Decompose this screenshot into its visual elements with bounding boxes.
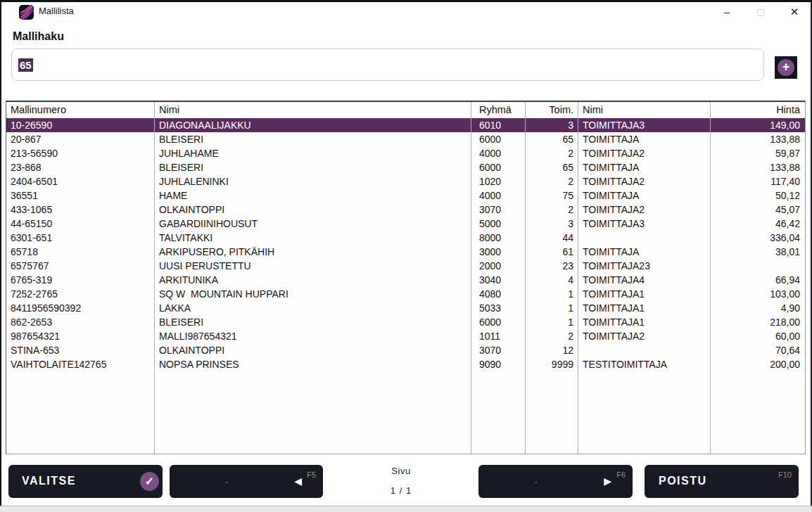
cell-hinta: 66,94: [711, 273, 805, 287]
minimize-icon[interactable]: –: [719, 2, 735, 22]
add-button[interactable]: +: [775, 56, 797, 79]
cell-ryhma: 6000: [471, 132, 526, 146]
next-page-button[interactable]: - ▶ F6: [478, 465, 633, 498]
cell-ryhma: 3070: [471, 343, 526, 357]
cell-toim: 2: [526, 146, 578, 160]
poistu-button[interactable]: POISTU F10: [645, 465, 799, 498]
table-row[interactable]: 6575767 UUSI PERUSTETTU 2000 23 TOIMITTA…: [6, 259, 805, 273]
cell-hinta: 38,01: [711, 245, 805, 259]
cell-hinta: 60,00: [711, 329, 805, 343]
cell-mallinumero: 65718: [6, 245, 155, 259]
cell-ryhma: 5033: [471, 301, 526, 315]
cell-toim: 12: [526, 343, 578, 357]
cell-nimi: NOPSA PRINSES: [155, 357, 471, 371]
cell-toimittaja: TOIMITTAJA: [578, 160, 711, 174]
cell-mallinumero: VAIHTOLAITE142765: [6, 357, 155, 371]
column-header-ryhma[interactable]: Ryhmä: [471, 102, 526, 118]
cell-hinta: 133,88: [711, 132, 805, 146]
cell-toim: 3: [526, 118, 578, 132]
close-icon[interactable]: ✕: [787, 2, 802, 22]
check-icon: ✓: [140, 472, 159, 491]
table-row[interactable]: 20-867 BLEISERI 6000 65 TOIMITTAJA 133,8…: [6, 132, 805, 146]
table-row[interactable]: 6765-319 ARKITUNIKA 3040 4 TOIMITTAJA4 6…: [6, 273, 805, 287]
cell-ryhma: 5000: [471, 217, 526, 231]
cell-mallinumero: 44-65150: [6, 217, 155, 231]
cell-mallinumero: 10-26590: [6, 118, 155, 132]
table-row[interactable]: STINA-653 OLKAINTOPPI 3070 12 70,64: [6, 343, 805, 357]
cell-hinta: 45,07: [711, 203, 805, 217]
search-label: Mallihaku: [13, 30, 64, 43]
column-header-mallinumero[interactable]: Mallinumero: [6, 102, 155, 118]
cell-nimi: UUSI PERUSTETTU: [155, 259, 471, 273]
cell-ryhma: 8000: [471, 231, 526, 245]
cell-ryhma: 1020: [471, 174, 526, 188]
cell-nimi: BLEISERI: [155, 160, 471, 174]
cell-toimittaja: TOIMITTAJA3: [578, 217, 711, 231]
table-row[interactable]: 10-26590 DIAGONAALIJAKKU 6010 3 TOIMITTA…: [6, 118, 805, 132]
cell-hinta: 59,87: [711, 146, 805, 160]
table-row[interactable]: 2404-6501 JUHLALENINKI 1020 2 TOIMITTAJA…: [6, 174, 805, 188]
cell-toimittaja: TOIMITTAJA1: [578, 315, 711, 329]
cell-toim: 2: [526, 203, 578, 217]
cell-toim: 1: [526, 301, 578, 315]
cell-toim: 61: [526, 245, 578, 259]
valitse-button[interactable]: VALITSE ✓: [8, 465, 163, 498]
cell-mallinumero: 6575767: [6, 259, 155, 273]
cell-hinta: 46,42: [711, 217, 805, 231]
table-row[interactable]: 65718 ARKIPUSERO, PITKÄHIH 3000 61 TOIMI…: [6, 245, 805, 259]
cell-nimi: JUHLAHAME: [155, 146, 471, 160]
table-row[interactable]: 7252-2765 SQ W MOUNTAIN HUPPARI 4080 1 T…: [6, 287, 805, 301]
page-indicator-value: 1 / 1: [324, 485, 478, 496]
cell-mallinumero: 6765-319: [6, 273, 155, 287]
cell-nimi: BLEISERI: [155, 132, 471, 146]
f5-shortcut-label: F5: [307, 471, 316, 479]
cell-nimi: BLEISERI: [155, 315, 471, 329]
column-header-nimi2[interactable]: Nimi: [578, 102, 711, 118]
table-header-row: Mallinumero Nimi Ryhmä Toim. Nimi Hinta: [6, 102, 805, 118]
cell-hinta: [711, 259, 805, 273]
table-row[interactable]: 44-65150 GABARDIINIHOUSUT 5000 3 TOIMITT…: [6, 217, 805, 231]
table-body: 10-26590 DIAGONAALIJAKKU 6010 3 TOIMITTA…: [6, 118, 805, 371]
cell-toimittaja: [578, 343, 711, 357]
cell-mallinumero: 2404-6501: [6, 174, 155, 188]
cell-mallinumero: 20-867: [6, 132, 155, 146]
table-row[interactable]: 213-56590 JUHLAHAME 4000 2 TOIMITTAJA2 5…: [6, 146, 805, 160]
cell-toim: 9999: [526, 357, 578, 371]
window-title: Mallilista: [39, 6, 74, 16]
column-header-nimi[interactable]: Nimi: [155, 102, 471, 118]
cell-ryhma: 3000: [471, 245, 526, 259]
cell-hinta: 336,04: [711, 231, 805, 245]
previous-page-button[interactable]: - ◀ F5: [170, 465, 323, 498]
table-row[interactable]: 6301-651 TALVITAKKI 8000 44 336,04: [6, 231, 805, 245]
cell-hinta: 149,00: [711, 118, 805, 132]
cell-mallinumero: 7252-2765: [6, 287, 155, 301]
column-header-toim[interactable]: Toim.: [526, 102, 578, 118]
table-empty-area: [6, 371, 805, 454]
column-header-hinta[interactable]: Hinta: [711, 102, 805, 118]
cell-ryhma: 6000: [471, 160, 526, 174]
table-row[interactable]: 987654321 MALLI987654321 1011 2 TOIMITTA…: [6, 329, 805, 343]
cell-ryhma: 4000: [471, 188, 526, 203]
table-row[interactable]: 8411956590392 LAKKA 5033 1 TOIMITTAJA1 4…: [6, 301, 805, 315]
cell-ryhma: 3040: [471, 273, 526, 287]
cell-toim: 3: [526, 217, 578, 231]
cell-ryhma: 3070: [471, 203, 526, 217]
page-indicator: Sivu 1 / 1: [324, 465, 478, 496]
cell-mallinumero: 433-1065: [6, 203, 155, 217]
table-row[interactable]: VAIHTOLAITE142765 NOPSA PRINSES 9090 999…: [6, 357, 805, 371]
maximize-icon[interactable]: ▢: [753, 2, 768, 22]
cell-toim: 1: [526, 315, 578, 329]
cell-toimittaja: TOIMITTAJA2: [578, 146, 711, 160]
table-row[interactable]: 36551 HAME 4000 75 TOIMITTAJA 50,12: [6, 188, 805, 203]
cell-hinta: 117,40: [711, 174, 805, 188]
previous-page-label: -: [170, 475, 284, 487]
table-row[interactable]: 433-1065 OLKAINTOPPI 3070 2 TOIMITTAJA2 …: [6, 203, 805, 217]
titlebar: Mallilista – ▢ ✕: [0, 2, 812, 23]
search-input[interactable]: 65: [11, 49, 764, 81]
cell-mallinumero: 987654321: [6, 329, 155, 343]
table-row[interactable]: 23-868 BLEISERI 6000 65 TOIMITTAJA 133,8…: [6, 160, 805, 174]
cell-nimi: ARKIPUSERO, PITKÄHIH: [155, 245, 471, 259]
cell-hinta: 70,64: [711, 343, 805, 357]
cell-nimi: JUHLALENINKI: [155, 174, 471, 188]
table-row[interactable]: 862-2653 BLEISERI 6000 1 TOIMITTAJA1 218…: [6, 315, 805, 329]
